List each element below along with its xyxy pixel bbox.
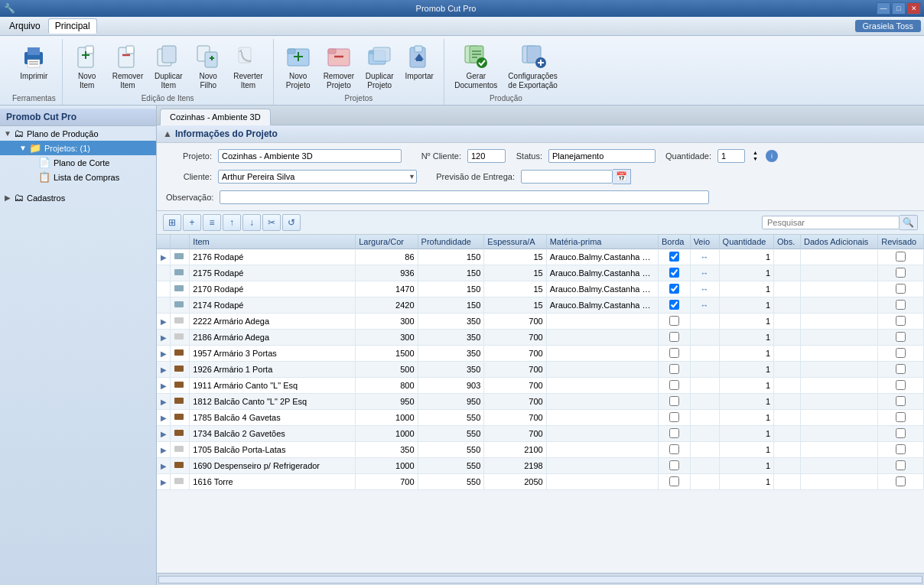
toolbar-btn-list[interactable]: ≡ xyxy=(203,214,221,231)
item-revisado[interactable] xyxy=(878,281,924,297)
revisado-checkbox[interactable] xyxy=(896,284,906,294)
revisado-checkbox[interactable] xyxy=(896,316,906,326)
gerar-documentos-button[interactable]: GerarDocumentos xyxy=(451,41,501,93)
table-row[interactable]: ▶2186 Armário Adega3003507001 xyxy=(157,330,924,346)
expand-cell[interactable]: ▶ xyxy=(157,378,171,394)
remover-item-button[interactable]: RemoverItem xyxy=(109,41,148,93)
borda-checkbox[interactable] xyxy=(669,396,679,406)
borda-checkbox[interactable] xyxy=(669,460,679,470)
expand-arrow[interactable]: ▶ xyxy=(161,333,167,342)
tree-item-lista-compras[interactable]: 📋 Lista de Compras xyxy=(0,170,156,184)
col-qty[interactable]: Quantidade xyxy=(719,235,773,249)
item-borda[interactable] xyxy=(659,346,691,362)
item-borda[interactable] xyxy=(659,410,691,426)
revisado-checkbox[interactable] xyxy=(896,444,906,454)
expand-cell[interactable]: ▶ xyxy=(157,314,171,330)
item-revisado[interactable] xyxy=(878,330,924,346)
table-row[interactable]: ▶2176 Rodapé8615015Arauco.Balmy.Castanha… xyxy=(157,249,924,265)
expand-cell[interactable] xyxy=(157,297,171,314)
item-borda[interactable] xyxy=(659,394,691,410)
expand-arrow[interactable]: ▶ xyxy=(161,366,167,374)
expand-arrow[interactable]: ▶ xyxy=(161,349,167,358)
item-borda[interactable] xyxy=(659,314,691,330)
table-row[interactable]: ▶1926 Armário 1 Porta5003507001 xyxy=(157,362,924,378)
obs-input[interactable] xyxy=(220,190,709,204)
item-borda[interactable] xyxy=(659,297,691,314)
revisado-checkbox[interactable] xyxy=(896,348,906,358)
borda-checkbox[interactable] xyxy=(669,348,679,358)
table-row[interactable]: ▶1734 Balcão 2 Gavetões10005507001 xyxy=(157,426,924,442)
borda-checkbox[interactable] xyxy=(669,380,679,390)
expand-cell[interactable]: ▶ xyxy=(157,474,171,490)
col-veio[interactable]: Veio xyxy=(690,235,719,249)
table-row[interactable]: ▶2222 Armário Adega3003507001 xyxy=(157,314,924,330)
qty-up[interactable]: ▲ xyxy=(751,150,760,156)
expand-cell[interactable]: ▶ xyxy=(157,442,171,458)
table-row[interactable]: ▶1911 Armário Canto "L" Esq8009037001 xyxy=(157,378,924,394)
importar-button[interactable]: Importar xyxy=(401,41,438,83)
table-row[interactable]: 2174 Rodapé242015015Arauco.Balmy.Castanh… xyxy=(157,297,924,314)
table-row[interactable]: 2175 Rodapé93615015Arauco.Balmy.Castanha… xyxy=(157,265,924,281)
borda-checkbox[interactable] xyxy=(669,332,679,342)
reverter-item-button[interactable]: ReverterItem xyxy=(229,41,266,93)
tree-item-projetos[interactable]: ▼ 📁 Projetos: (1) xyxy=(0,141,156,155)
panel-toggle[interactable]: ▲ xyxy=(163,128,172,139)
item-revisado[interactable] xyxy=(878,474,924,490)
tab-cozinhas[interactable]: Cozinhas - Ambiente 3D xyxy=(160,109,271,125)
minimize-button[interactable]: — xyxy=(877,2,890,15)
qty-spinner[interactable]: ▲ ▼ xyxy=(751,150,760,163)
revisado-checkbox[interactable] xyxy=(896,396,906,406)
novo-item-button[interactable]: NovoItem xyxy=(69,41,106,93)
col-rev[interactable]: Revisado xyxy=(878,235,924,249)
borda-checkbox[interactable] xyxy=(669,268,679,278)
item-borda[interactable] xyxy=(659,474,691,490)
item-borda[interactable] xyxy=(659,281,691,297)
expand-cell[interactable]: ▶ xyxy=(157,330,171,346)
expand-cell[interactable] xyxy=(157,265,171,281)
table-row[interactable]: ▶1785 Balcão 4 Gavetas10005507001 xyxy=(157,410,924,426)
date-picker-button[interactable]: 📅 xyxy=(613,169,631,184)
expand-cell[interactable]: ▶ xyxy=(157,410,171,426)
tree-item-plano-producao[interactable]: ▼ 🗂 Plano de Produção xyxy=(0,126,156,141)
maximize-button[interactable]: □ xyxy=(892,2,906,15)
search-button[interactable]: 🔍 xyxy=(900,215,918,230)
borda-checkbox[interactable] xyxy=(669,300,679,310)
expand-cell[interactable]: ▶ xyxy=(157,346,171,362)
col-esp[interactable]: Espessura/A xyxy=(484,235,546,249)
quantidade-input[interactable] xyxy=(717,149,745,163)
expand-arrow[interactable]: ▶ xyxy=(161,478,167,486)
borda-checkbox[interactable] xyxy=(669,252,679,262)
borda-checkbox[interactable] xyxy=(669,284,679,294)
table-row[interactable]: ▶1957 Armário 3 Portas15003507001 xyxy=(157,346,924,362)
novo-projeto-button[interactable]: NovoProjeto xyxy=(280,41,317,93)
expand-cell[interactable]: ▶ xyxy=(157,394,171,410)
col-item[interactable]: Item xyxy=(190,235,356,249)
revisado-checkbox[interactable] xyxy=(896,332,906,342)
item-borda[interactable] xyxy=(659,362,691,378)
search-input[interactable] xyxy=(762,216,900,229)
item-borda[interactable] xyxy=(659,442,691,458)
status-combo[interactable]: Planejamento Em Produção Concluído xyxy=(548,149,656,163)
expand-arrow[interactable]: ▶ xyxy=(161,462,167,470)
status-select[interactable]: Planejamento Em Produção Concluído xyxy=(548,149,656,163)
expand-arrow[interactable]: ▶ xyxy=(161,398,167,406)
item-revisado[interactable] xyxy=(878,378,924,394)
table-row[interactable]: ▶1812 Balcão Canto "L" 2P Esq9509507001 xyxy=(157,394,924,410)
expand-arrow[interactable]: ▶ xyxy=(161,317,167,326)
expand-cell[interactable] xyxy=(157,281,171,297)
revisado-checkbox[interactable] xyxy=(896,380,906,390)
item-revisado[interactable] xyxy=(878,265,924,281)
item-revisado[interactable] xyxy=(878,394,924,410)
table-row[interactable]: 2170 Rodapé147015015Arauco.Balmy.Castanh… xyxy=(157,281,924,297)
duplicar-item-button[interactable]: DuplicarItem xyxy=(150,41,187,93)
expand-arrow[interactable]: ▶ xyxy=(161,382,167,390)
revisado-checkbox[interactable] xyxy=(896,252,906,262)
col-borda[interactable]: Borda xyxy=(659,235,691,249)
col-largura[interactable]: Largura/Cor xyxy=(356,235,418,249)
expand-arrow[interactable]: ▶ xyxy=(161,253,167,262)
borda-checkbox[interactable] xyxy=(669,444,679,454)
item-revisado[interactable] xyxy=(878,297,924,314)
no-cliente-input[interactable] xyxy=(467,149,506,163)
expand-arrow[interactable]: ▶ xyxy=(161,446,167,454)
item-borda[interactable] xyxy=(659,426,691,442)
